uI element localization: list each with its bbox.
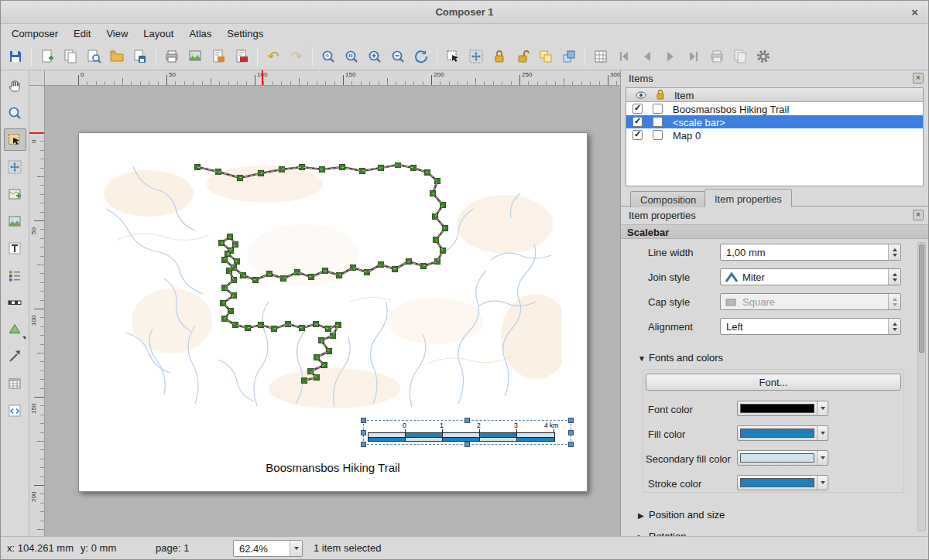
selection-handle[interactable] bbox=[568, 430, 574, 435]
selection-handle[interactable] bbox=[568, 418, 574, 423]
lock-items-button[interactable] bbox=[488, 45, 511, 68]
new-composition-button[interactable] bbox=[36, 45, 59, 68]
scrollbar-thumb[interactable] bbox=[919, 244, 924, 353]
zoom-full-button[interactable] bbox=[317, 45, 340, 68]
add-label-tool-button[interactable] bbox=[4, 237, 26, 259]
secondary-fill-color-button[interactable] bbox=[737, 450, 828, 466]
alignment-select[interactable]: Left bbox=[720, 318, 901, 335]
selection-handle[interactable] bbox=[361, 418, 366, 423]
combo-arrows-icon[interactable] bbox=[888, 269, 900, 285]
map-item[interactable] bbox=[102, 162, 562, 408]
add-legend-tool-button[interactable] bbox=[4, 264, 26, 286]
tab-item-properties[interactable]: Item properties bbox=[704, 189, 792, 207]
print-atlas-button[interactable] bbox=[705, 45, 728, 68]
save-project-button[interactable] bbox=[4, 45, 27, 68]
group-items-button[interactable] bbox=[534, 45, 557, 68]
lock-checkbox[interactable] bbox=[653, 130, 663, 140]
select-move-item-button[interactable] bbox=[441, 45, 464, 68]
menu-settings[interactable]: Settings bbox=[219, 26, 271, 42]
position-size-group-header[interactable]: ▶Position and size bbox=[638, 509, 725, 521]
menu-layout[interactable]: Layout bbox=[135, 26, 181, 42]
join-style-select[interactable]: Miter bbox=[720, 268, 901, 285]
raise-items-button[interactable] bbox=[557, 45, 581, 68]
add-image-tool-button[interactable] bbox=[4, 210, 26, 232]
add-arrow-tool-button[interactable] bbox=[4, 345, 26, 367]
add-html-frame-tool-button[interactable] bbox=[4, 399, 26, 422]
tab-composition[interactable]: Composition bbox=[630, 191, 706, 207]
redo-button[interactable]: ↷ bbox=[285, 45, 308, 68]
selection-handle[interactable] bbox=[464, 442, 470, 447]
window-close-icon[interactable]: × bbox=[911, 1, 918, 24]
font-color-button[interactable] bbox=[737, 401, 828, 416]
load-template-button[interactable] bbox=[105, 45, 129, 68]
add-map-tool-button[interactable] bbox=[4, 183, 26, 205]
add-shape-tool-button[interactable] bbox=[4, 318, 26, 340]
scalebar-item[interactable]: 0 1 2 3 4 km bbox=[363, 420, 571, 445]
atlas-settings-button[interactable] bbox=[752, 45, 775, 68]
refresh-view-button[interactable] bbox=[410, 45, 433, 68]
unlock-all-button[interactable] bbox=[511, 45, 534, 68]
lock-checkbox[interactable] bbox=[653, 117, 663, 127]
color-dropdown-arrow-icon[interactable] bbox=[817, 476, 828, 490]
menu-composer[interactable]: Composer bbox=[4, 26, 66, 42]
move-item-content-tool-button[interactable] bbox=[4, 155, 26, 178]
selection-handle[interactable] bbox=[361, 442, 366, 447]
visibility-checkbox[interactable] bbox=[632, 104, 643, 114]
font-button[interactable]: Font... bbox=[646, 374, 901, 391]
pan-tool-button[interactable] bbox=[4, 74, 26, 97]
composition-page[interactable]: 0 1 2 3 4 km bbox=[78, 132, 588, 492]
move-item-content-button[interactable] bbox=[464, 45, 488, 68]
color-dropdown-arrow-icon[interactable] bbox=[817, 401, 828, 415]
visibility-checkbox[interactable] bbox=[632, 130, 643, 140]
fill-color-button[interactable] bbox=[737, 425, 828, 441]
menu-view[interactable]: View bbox=[98, 26, 135, 42]
print-button[interactable] bbox=[160, 45, 183, 68]
titlebar[interactable]: Composer 1 × bbox=[1, 1, 928, 24]
save-template-button[interactable] bbox=[129, 45, 152, 68]
line-width-spinner[interactable]: 1,00 mm bbox=[720, 244, 901, 261]
zoom-level-combo[interactable]: 62.4% bbox=[233, 540, 303, 557]
menu-edit[interactable]: Edit bbox=[66, 26, 98, 42]
add-scalebar-tool-button[interactable] bbox=[4, 291, 26, 313]
item-properties-close-icon[interactable]: × bbox=[913, 210, 924, 220]
select-move-item-tool-button[interactable] bbox=[4, 128, 26, 151]
spinner-arrows-icon[interactable] bbox=[888, 244, 900, 260]
color-dropdown-arrow-icon[interactable] bbox=[817, 451, 828, 465]
item-row-scalebar[interactable]: <scale bar> bbox=[626, 115, 923, 128]
zoom-tool-button[interactable] bbox=[4, 101, 26, 124]
export-atlas-button[interactable] bbox=[728, 45, 752, 68]
lock-checkbox[interactable] bbox=[653, 104, 663, 114]
atlas-preview-button[interactable] bbox=[589, 45, 612, 68]
atlas-previous-button[interactable] bbox=[636, 45, 659, 68]
color-dropdown-arrow-icon[interactable] bbox=[817, 426, 828, 440]
export-image-button[interactable] bbox=[183, 45, 207, 68]
zoom-dropdown-arrow-icon[interactable] bbox=[290, 541, 302, 556]
item-row-map0[interactable]: Map 0 bbox=[626, 128, 923, 142]
zoom-in-button[interactable] bbox=[363, 45, 386, 68]
export-svg-button[interactable] bbox=[207, 45, 230, 68]
combo-arrows-icon[interactable] bbox=[888, 319, 900, 334]
selection-handle[interactable] bbox=[361, 430, 366, 435]
selection-handle[interactable] bbox=[568, 442, 574, 447]
zoom-actual-button[interactable] bbox=[340, 45, 363, 68]
stroke-color-button[interactable] bbox=[737, 475, 828, 490]
item-row-hiking-trail[interactable]: Boosmansbos Hiking Trail bbox=[626, 102, 923, 115]
atlas-next-button[interactable] bbox=[659, 45, 682, 68]
export-pdf-button[interactable] bbox=[230, 45, 253, 68]
add-attribute-table-tool-button[interactable] bbox=[4, 372, 26, 394]
items-panel-close-icon[interactable]: × bbox=[913, 73, 924, 84]
atlas-last-button[interactable] bbox=[682, 45, 705, 68]
visibility-checkbox[interactable] bbox=[632, 117, 643, 127]
properties-scrollbar[interactable] bbox=[917, 242, 926, 531]
undo-button[interactable]: ↶ bbox=[262, 45, 285, 68]
fonts-colors-group-header[interactable]: ▼Fonts and colors bbox=[638, 352, 723, 364]
composer-manager-button[interactable] bbox=[82, 45, 105, 68]
zoom-out-button[interactable] bbox=[386, 45, 410, 68]
map-title-item[interactable]: Boosmansbos Hiking Trail bbox=[79, 461, 587, 474]
items-tree: Item Boosmansbos Hiking Trail <scale bar… bbox=[626, 87, 924, 186]
duplicate-composition-button[interactable] bbox=[59, 45, 82, 68]
atlas-first-button[interactable] bbox=[612, 45, 636, 68]
composition-canvas[interactable]: 0 1 2 3 4 km bbox=[45, 86, 620, 536]
menu-atlas[interactable]: Atlas bbox=[181, 26, 219, 42]
selection-handle[interactable] bbox=[464, 418, 470, 423]
